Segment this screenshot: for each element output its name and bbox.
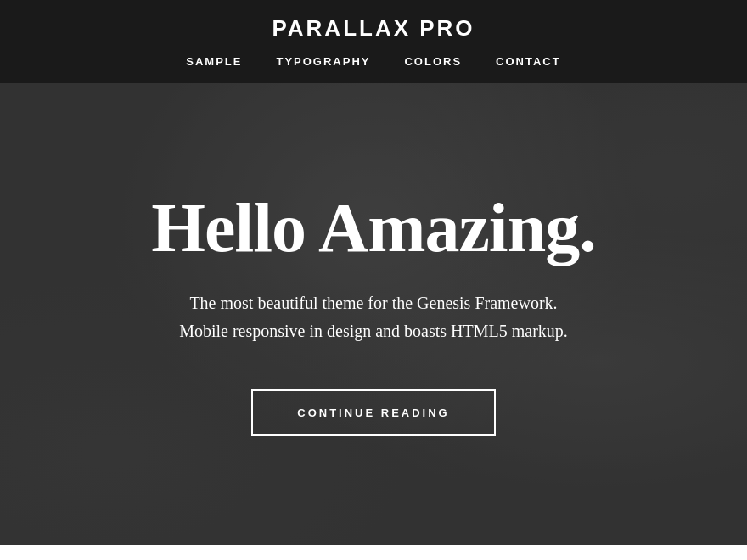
hero-subtext-line1: The most beautiful theme for the Genesis… [189,294,557,312]
hero-subtext-line2: Mobile responsive in design and boasts H… [179,322,568,340]
hero-subtext: The most beautiful theme for the Genesis… [151,289,596,345]
nav-item-colors[interactable]: COLORS [404,53,462,70]
main-nav: SAMPLE TYPOGRAPHY COLORS CONTACT [0,53,747,70]
hero-section: Hello Amazing. The most beautiful theme … [0,83,747,545]
hero-heading: Hello Amazing. [151,192,596,265]
nav-item-sample[interactable]: SAMPLE [186,53,242,70]
site-title: PARALLAX PRO [0,15,747,42]
hero-content: Hello Amazing. The most beautiful theme … [100,192,647,435]
continue-reading-button[interactable]: CONTINUE READING [251,389,495,436]
site-header: PARALLAX PRO SAMPLE TYPOGRAPHY COLORS CO… [0,0,747,83]
nav-item-typography[interactable]: TYPOGRAPHY [276,53,370,70]
nav-item-contact[interactable]: CONTACT [496,53,561,70]
